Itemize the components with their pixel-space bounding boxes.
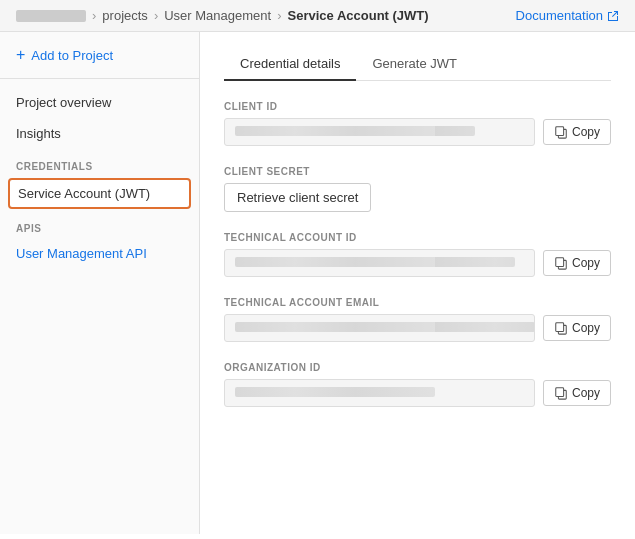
technical-account-email-value <box>224 314 535 342</box>
svg-rect-5 <box>556 323 564 332</box>
copy-icon-4 <box>554 386 568 400</box>
technical-account-id-group: TECHNICAL ACCOUNT ID Copy <box>224 232 611 277</box>
technical-account-email-row: Copy <box>224 314 611 342</box>
external-link-icon <box>607 10 619 22</box>
breadcrumb-current: Service Account (JWT) <box>288 8 429 23</box>
plus-icon: + <box>16 46 25 64</box>
svg-rect-7 <box>556 388 564 397</box>
technical-account-id-label: TECHNICAL ACCOUNT ID <box>224 232 611 243</box>
svg-rect-3 <box>556 258 564 267</box>
apis-section-label: APIS <box>0 211 199 238</box>
tab-credential-details[interactable]: Credential details <box>224 48 356 81</box>
client-id-row: Copy <box>224 118 611 146</box>
technical-account-id-value <box>224 249 535 277</box>
retrieve-client-secret-button[interactable]: Retrieve client secret <box>224 183 371 212</box>
organization-id-row: Copy <box>224 379 611 407</box>
technical-account-email-label: TECHNICAL ACCOUNT EMAIL <box>224 297 611 308</box>
organization-id-group: ORGANIZATION ID Copy <box>224 362 611 407</box>
tabs: Credential details Generate JWT <box>224 32 611 81</box>
brand-logo <box>16 10 86 22</box>
client-secret-group: CLIENT SECRET Retrieve client secret <box>224 166 611 212</box>
client-id-group: CLIENT ID Copy <box>224 101 611 146</box>
svg-rect-1 <box>556 127 564 136</box>
organization-id-blurred <box>235 387 435 397</box>
technical-account-id-copy-button[interactable]: Copy <box>543 250 611 276</box>
sidebar-item-insights[interactable]: Insights <box>0 118 199 149</box>
sidebar-item-service-account[interactable]: Service Account (JWT) <box>8 178 191 209</box>
client-id-copy-button[interactable]: Copy <box>543 119 611 145</box>
sidebar-item-project-overview[interactable]: Project overview <box>0 87 199 118</box>
technical-account-id-blurred <box>235 257 515 267</box>
copy-icon-3 <box>554 321 568 335</box>
breadcrumb-user-management[interactable]: User Management <box>164 8 271 23</box>
tab-generate-jwt[interactable]: Generate JWT <box>356 48 473 81</box>
client-id-blurred <box>235 126 475 136</box>
organization-id-copy-button[interactable]: Copy <box>543 380 611 406</box>
client-id-value <box>224 118 535 146</box>
breadcrumb-projects[interactable]: projects <box>102 8 148 23</box>
copy-icon <box>554 125 568 139</box>
sidebar: + Add to Project Project overview Insigh… <box>0 32 200 534</box>
client-secret-label: CLIENT SECRET <box>224 166 611 177</box>
technical-account-email-blurred <box>235 322 535 332</box>
sidebar-nav: Project overview Insights CREDENTIALS Se… <box>0 79 199 277</box>
technical-account-email-group: TECHNICAL ACCOUNT EMAIL Copy <box>224 297 611 342</box>
credentials-section-label: CREDENTIALS <box>0 149 199 176</box>
organization-id-label: ORGANIZATION ID <box>224 362 611 373</box>
documentation-link[interactable]: Documentation <box>516 8 619 23</box>
copy-icon-2 <box>554 256 568 270</box>
organization-id-value <box>224 379 535 407</box>
sidebar-item-user-management-api[interactable]: User Management API <box>0 238 199 269</box>
client-secret-row: Retrieve client secret <box>224 183 611 212</box>
technical-account-id-row: Copy <box>224 249 611 277</box>
technical-account-email-copy-button[interactable]: Copy <box>543 315 611 341</box>
breadcrumb: › projects › User Management › Service A… <box>0 0 635 32</box>
content-area: Credential details Generate JWT CLIENT I… <box>200 32 635 534</box>
add-to-project-button[interactable]: + Add to Project <box>0 32 199 79</box>
client-id-label: CLIENT ID <box>224 101 611 112</box>
main-layout: + Add to Project Project overview Insigh… <box>0 32 635 534</box>
